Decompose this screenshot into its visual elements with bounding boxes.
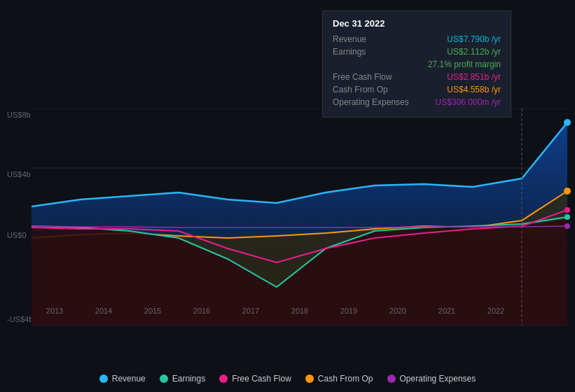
x-label-2014: 2014 xyxy=(95,307,112,315)
opex-dot xyxy=(564,223,570,229)
x-label-2015: 2015 xyxy=(144,307,161,315)
tooltip-title: Dec 31 2022 xyxy=(333,18,501,29)
legend-label-fcf: Free Cash Flow xyxy=(232,374,291,384)
x-label-2022: 2022 xyxy=(487,307,504,315)
tooltip-label-fcf: Free Cash Flow xyxy=(333,72,392,82)
revenue-dot xyxy=(564,119,571,126)
legend-revenue: Revenue xyxy=(99,374,146,384)
legend-dot-earnings xyxy=(160,374,168,383)
tooltip-label-revenue: Revenue xyxy=(333,34,366,44)
tooltip-value-opex: US$306.000m /yr xyxy=(436,97,501,107)
legend-cashfromop: Cash From Op xyxy=(305,374,373,384)
chart-container: Dec 31 2022 Revenue US$7.790b /yr Earnin… xyxy=(0,0,575,392)
tooltip-row-opex: Operating Expenses US$306.000m /yr xyxy=(333,97,501,107)
x-label-2017: 2017 xyxy=(242,307,259,315)
earnings-dot xyxy=(564,214,570,220)
tooltip-row-earnings: Earnings US$2.112b /yr xyxy=(333,47,501,57)
legend-earnings: Earnings xyxy=(160,374,205,384)
tooltip-label-earnings: Earnings xyxy=(333,47,366,57)
legend: Revenue Earnings Free Cash Flow Cash Fro… xyxy=(0,374,575,384)
tooltip-row-revenue: Revenue US$7.790b /yr xyxy=(333,34,501,44)
legend-label-cashfromop: Cash From Op xyxy=(318,374,373,384)
legend-dot-revenue xyxy=(99,374,108,383)
tooltip-row-cashfromop: Cash From Op US$4.558b /yr xyxy=(333,85,501,94)
tooltip-value-fcf: US$2.851b /yr xyxy=(447,72,501,82)
tooltip-value-profit-margin: 27.1% profit margin xyxy=(428,59,501,69)
fcf-dot xyxy=(564,207,570,213)
x-label-2013: 2013 xyxy=(46,307,63,315)
legend-dot-cashfromop xyxy=(305,374,314,383)
tooltip-value-cashfromop: US$4.558b /yr xyxy=(447,85,501,94)
tooltip-label-opex: Operating Expenses xyxy=(333,97,409,107)
legend-label-earnings: Earnings xyxy=(172,374,205,384)
tooltip-row-fcf: Free Cash Flow US$2.851b /yr xyxy=(333,72,501,82)
tooltip-value-earnings: US$2.112b /yr xyxy=(447,47,501,57)
legend-opex: Operating Expenses xyxy=(387,374,476,384)
legend-dot-fcf xyxy=(219,374,228,383)
tooltip-row-profit-margin: 27.1% profit margin xyxy=(333,59,501,69)
legend-label-opex: Operating Expenses xyxy=(400,374,476,384)
tooltip-label-cashfromop: Cash From Op xyxy=(333,85,388,94)
tooltip: Dec 31 2022 Revenue US$7.790b /yr Earnin… xyxy=(322,10,511,118)
legend-label-revenue: Revenue xyxy=(112,374,146,384)
tooltip-value-revenue: US$7.790b /yr xyxy=(447,34,501,44)
x-label-2020: 2020 xyxy=(389,307,406,315)
legend-fcf: Free Cash Flow xyxy=(219,374,291,384)
legend-dot-opex xyxy=(387,374,396,383)
x-label-2021: 2021 xyxy=(438,307,455,315)
cashfromop-dot xyxy=(564,188,571,195)
x-label-2019: 2019 xyxy=(340,307,357,315)
x-label-2016: 2016 xyxy=(193,307,210,315)
x-label-2018: 2018 xyxy=(291,307,308,315)
